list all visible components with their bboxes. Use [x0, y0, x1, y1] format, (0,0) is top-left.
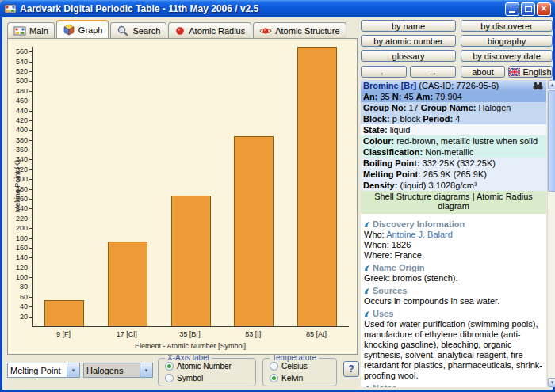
maximize-icon: [525, 6, 532, 12]
chart-y-ticks: 2040608010012014016018020022024026028030…: [10, 47, 31, 327]
y-tick-mark: [29, 268, 33, 268]
tab-search[interactable]: Search: [110, 22, 166, 38]
section-bullet-icon: [364, 287, 370, 295]
scroll-thumb[interactable]: [548, 90, 555, 192]
section-bullet-icon: [364, 265, 370, 272]
tab-label: Main: [29, 26, 48, 36]
chart-x-axis-label: Element - Atomic Number [Symbol]: [32, 342, 349, 350]
group-combo[interactable]: Halogens ▼: [83, 363, 153, 378]
back-button[interactable]: ←: [361, 66, 407, 78]
maximize-button[interactable]: [521, 2, 535, 16]
y-tick-mark: [29, 81, 33, 82]
element-description: Discovery InformationWho: Antoine J. Bal…: [361, 214, 546, 387]
by-name-button[interactable]: by name: [361, 20, 456, 32]
y-tick-label: 80: [20, 283, 28, 291]
classification-row: Classification: Non-metallic: [361, 147, 546, 158]
x-tick-label: 17 [Cl]: [95, 330, 159, 338]
scroll-down-button[interactable]: ▼: [548, 378, 555, 387]
section-title: Notes: [373, 383, 397, 387]
chart-x-ticks: 9 [F]17 [Cl]35 [Br]53 [I]85 [At]: [32, 330, 349, 339]
dropdown-arrow-icon[interactable]: ▼: [67, 363, 79, 377]
about-button[interactable]: about: [461, 66, 505, 78]
tab-atomic-radius[interactable]: Atomic Radius: [168, 22, 251, 38]
y-tick-mark: [29, 199, 33, 200]
tab-graph[interactable]: Graph: [56, 20, 109, 38]
y-tick-label: 240: [16, 204, 28, 212]
info-scrollbar[interactable]: ▲ ▼: [547, 80, 555, 387]
language-button[interactable]: English: [508, 66, 553, 78]
dropdown-arrow-icon[interactable]: ▼: [140, 363, 152, 377]
info-segment: 17: [408, 103, 420, 112]
kelvin-radio[interactable]: Kelvin: [270, 374, 303, 382]
radio-button-icon: [165, 362, 174, 371]
y-tick-mark: [29, 91, 33, 92]
forward-arrow-icon: →: [429, 67, 438, 77]
dropdown-arrow-glyph: ▼: [144, 368, 149, 373]
radio-label: Atomic Number: [177, 362, 232, 371]
discoverer-link[interactable]: Antoine J. Balard: [386, 230, 453, 239]
info-segment: Group No:: [363, 103, 408, 112]
biography-button[interactable]: biography: [461, 35, 553, 47]
text-segment: Used for water purification (swimming po…: [364, 319, 542, 380]
y-tick-label: 460: [16, 97, 28, 105]
section-title: Uses: [373, 309, 393, 318]
y-tick-mark: [29, 111, 33, 112]
tab-atomic-structure[interactable]: Atomic Structure: [253, 22, 346, 38]
state-row: State: liquid: [361, 124, 546, 135]
y-tick-mark: [29, 189, 33, 190]
by-discoverer-button[interactable]: by discoverer: [461, 20, 553, 32]
section-heading-discovery-information: Discovery Information: [364, 219, 544, 229]
close-button[interactable]: ✕: [537, 2, 551, 16]
group-row: Group No: 17 Group Name: Halogen: [361, 102, 546, 113]
help-button[interactable]: ?: [343, 361, 359, 377]
temperature-groupbox: Temperature Celsius Kelvin: [262, 358, 337, 386]
section-heading-notes: Notes: [364, 383, 544, 387]
by-discovery-date-button[interactable]: by discovery date: [461, 50, 553, 62]
section-title: Name Origin: [373, 263, 424, 272]
scroll-up-button[interactable]: ▲: [548, 80, 555, 89]
forward-button[interactable]: →: [410, 66, 456, 78]
by-atomic-number-button[interactable]: by atomic number: [361, 35, 456, 47]
y-tick-mark: [29, 228, 33, 229]
info-segment: Block:: [363, 114, 392, 124]
y-tick-mark: [29, 51, 33, 52]
y-tick-label: 380: [16, 136, 28, 144]
info-segment: liquid: [390, 125, 411, 135]
text-segment: Where: France: [364, 250, 422, 260]
tab-main[interactable]: Main: [7, 22, 55, 38]
info-segment: Non-metallic: [425, 147, 473, 157]
atomic-number-radio[interactable]: Atomic Number: [165, 362, 232, 371]
y-tick-mark: [29, 219, 33, 219]
y-tick-label: 280: [16, 185, 28, 193]
glossary-button[interactable]: glossary: [361, 50, 456, 62]
symbol-radio[interactable]: Symbol: [165, 374, 203, 382]
magnifier-icon: [117, 25, 129, 37]
block-period-row: Block: p-block Period: 4: [361, 113, 546, 124]
tab-label: Search: [132, 26, 160, 36]
y-tick-mark: [29, 257, 33, 258]
chart-panel: Melting Point (K) 2040608010012014016018…: [7, 38, 358, 355]
radio-label: Kelvin: [281, 374, 303, 382]
info-segment: p-block: [392, 114, 423, 124]
celsius-radio[interactable]: Celsius: [270, 362, 308, 371]
density-row: Density: (liquid) 3.1028g/cm³: [361, 180, 546, 191]
y-tick-mark: [29, 179, 33, 180]
x-tick-label: 85 [At]: [285, 330, 348, 338]
diagram-links-row[interactable]: Shell Structure diagrams | Atomic Radius…: [361, 191, 546, 211]
chart-bar-53I: [234, 136, 274, 326]
titlebar[interactable]: Aardvark Digital Periodic Table - 11th M…: [0, 0, 555, 17]
y-tick-mark: [29, 140, 33, 141]
y-tick-mark: [29, 277, 33, 278]
section-heading-name-origin: Name Origin: [364, 263, 544, 272]
app-window: Aardvark Digital Periodic Table - 11th M…: [0, 0, 555, 392]
atom-icon: [259, 25, 272, 37]
minimize-button[interactable]: [505, 2, 519, 16]
property-combo[interactable]: Melting Point ▼: [7, 363, 80, 378]
language-label: English: [522, 67, 551, 77]
uk-flag-icon: [509, 68, 520, 76]
close-icon: ✕: [541, 4, 547, 13]
y-tick-label: 200: [16, 224, 28, 232]
y-tick-mark: [29, 130, 33, 131]
y-tick-label: 540: [16, 58, 28, 66]
text-segment: Greek: bromos (stench).: [364, 273, 458, 283]
